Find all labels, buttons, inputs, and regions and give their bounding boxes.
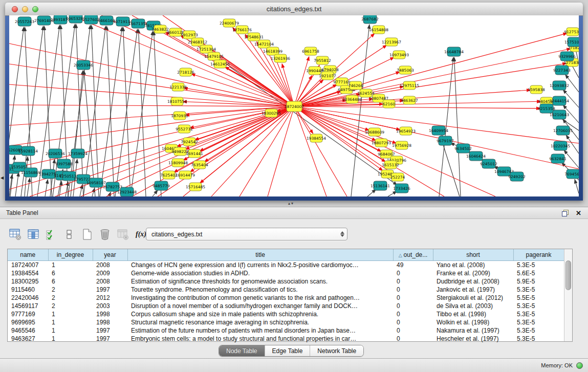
node-label: 16782753	[103, 185, 122, 189]
zoom-window-icon[interactable]	[32, 6, 38, 12]
node-label: 7955812	[314, 58, 331, 63]
node-label: 9634502	[454, 146, 472, 151]
node-label: 1733426	[393, 186, 410, 191]
scrollbar-thumb[interactable]	[565, 260, 571, 290]
table-cell: 2	[48, 302, 93, 310]
function-builder-icon[interactable]: f(x)	[136, 230, 146, 238]
node-label: 62160	[383, 102, 395, 106]
table-cell: 19384554	[8, 269, 48, 277]
minimize-window-icon[interactable]	[22, 6, 28, 12]
node-label: 19756928	[392, 143, 411, 148]
node-label: 17548631	[244, 35, 264, 39]
delete-column-icon[interactable]	[98, 227, 112, 242]
table-cell: Jankovic et al. (1997)	[433, 286, 513, 294]
tab-network-table[interactable]: Network Table	[310, 345, 363, 356]
node-label: 10973493	[389, 53, 409, 57]
node-label: 9679197	[437, 139, 454, 143]
node-label: 6961758	[302, 49, 319, 54]
table-row[interactable]: 946362711997Embryonic stem cells: a mode…	[8, 335, 564, 343]
table-cell: Wolkin et al. (1998)	[433, 318, 513, 326]
node-label: 20053346	[74, 63, 93, 68]
split-pane-handle[interactable]: ▴▾	[288, 201, 294, 206]
table-cell: 0	[393, 326, 433, 335]
node-label: 12093832	[550, 83, 569, 88]
node-label: 9552731	[176, 127, 193, 132]
table-cell: Genome-wide association studies in ADHD.	[127, 269, 393, 277]
node-label: 1990448	[306, 69, 323, 73]
column-header[interactable]: year	[93, 249, 127, 261]
table-cell: 5.3E-5	[513, 286, 564, 294]
table-cell: 18300295	[8, 277, 48, 286]
node-label: 9498222	[171, 149, 189, 154]
table-cell: 2008	[93, 277, 127, 286]
close-window-icon[interactable]	[12, 6, 18, 12]
table-row[interactable]: 1872400712008Changes of HCN gene express…	[8, 261, 564, 270]
node-label: 15928114	[18, 149, 38, 154]
node-label: 2718126	[177, 70, 194, 75]
table-cell: 49	[393, 261, 433, 270]
node-label: 20206536	[46, 151, 65, 156]
table-row[interactable]: 977716911998Corpus callosum shape and si…	[8, 310, 564, 318]
table-cell: Yano et al. (2008)	[433, 261, 513, 270]
table-mode-icon[interactable]	[8, 227, 23, 242]
close-panel-icon[interactable]: ✕	[576, 210, 581, 216]
column-header[interactable]: short	[433, 249, 513, 261]
table-cell: 1	[48, 318, 93, 326]
column-header[interactable]: △out_de...	[393, 249, 433, 261]
node-label: 9245012	[480, 162, 497, 166]
node-label: 7924542	[181, 140, 198, 144]
table-row[interactable]: 969969511998Structural magnetic resonanc…	[8, 318, 564, 326]
node-label: 20557243	[15, 19, 34, 24]
node-label: 15716485	[186, 185, 205, 189]
table-header-row[interactable]: namein_degreeyeartitle△out_de...shortpag…	[8, 249, 564, 261]
node-label: 9249202	[508, 174, 526, 179]
table-vertical-scrollbar[interactable]	[564, 249, 572, 341]
column-visibility-icon[interactable]	[26, 227, 40, 242]
tab-node-table[interactable]: Node Table	[219, 345, 265, 356]
node-table-grid[interactable]: namein_degreeyeartitle△out_de...shortpag…	[8, 249, 564, 343]
node-label: 7463822	[151, 27, 169, 32]
table-row[interactable]: 2242004622012Investigating the contribut…	[8, 294, 564, 302]
table-cell: Stergiakouli et al. (2012)	[433, 294, 513, 302]
node-label: 9632841	[549, 157, 567, 161]
table-selector[interactable]: citations_edges.txt	[146, 228, 347, 240]
node-label: 12766176	[232, 28, 252, 32]
table-panel-body: f(x) citations_edges.txt namein_degreeye…	[0, 219, 588, 358]
window-titlebar[interactable]: citations_edges.txt	[5, 3, 583, 16]
column-header[interactable]: in_degree	[48, 249, 93, 261]
memory-status-icon[interactable]	[576, 362, 583, 369]
node-table: namein_degreeyeartitle△out_de...shortpag…	[7, 249, 573, 342]
table-cell: 1998	[93, 310, 127, 318]
table-row[interactable]: 1938455462009Genome-wide association stu…	[8, 269, 564, 277]
create-column-icon[interactable]	[80, 227, 94, 242]
table-cell: 2012	[93, 294, 127, 302]
table-row[interactable]: 1830029562008Estimation of significance …	[8, 277, 564, 286]
table-cell: 0	[393, 318, 433, 326]
combo-stepper-icon	[338, 228, 347, 240]
tab-edge-table[interactable]: Edge Table	[265, 345, 311, 356]
node-label: 8215358	[538, 106, 555, 111]
row-selection-icon[interactable]	[44, 227, 58, 242]
node-label: 22468312	[188, 40, 207, 45]
rows-icon[interactable]	[62, 227, 76, 242]
column-header[interactable]: pagerank	[513, 249, 564, 261]
node-label: 12706035	[553, 128, 573, 133]
collapse-panel-icon[interactable]: ◀	[1, 176, 4, 180]
table-row[interactable]: 1456911722003Disruption of a novel membe…	[8, 302, 564, 310]
node-label: 7485063	[397, 68, 414, 73]
node-label: 1527602	[82, 17, 100, 22]
column-header[interactable]: title	[127, 249, 393, 261]
table-row[interactable]: 946554611997Estimation of the future num…	[8, 326, 564, 335]
table-cell: 0	[393, 286, 433, 294]
column-header[interactable]: name	[8, 249, 48, 261]
node-label: 15479105	[204, 54, 224, 59]
node-label: 9485779	[153, 184, 170, 188]
node-label: 19384554	[307, 136, 326, 141]
network-canvas[interactable]: 1872400720557243276914061893187110653287…	[9, 15, 579, 196]
table-cell: 5.3E-5	[513, 335, 564, 343]
table-cell: Changes of HCN gene expression and I(f) …	[127, 261, 393, 270]
float-panel-icon[interactable]	[562, 210, 569, 216]
table-panel-title: Table Panel	[6, 209, 38, 216]
table-row[interactable]: 911546021997Tourette syndrome. Phenomeno…	[8, 286, 564, 294]
table-cell: Estimation of the future numbers of pati…	[127, 326, 393, 335]
